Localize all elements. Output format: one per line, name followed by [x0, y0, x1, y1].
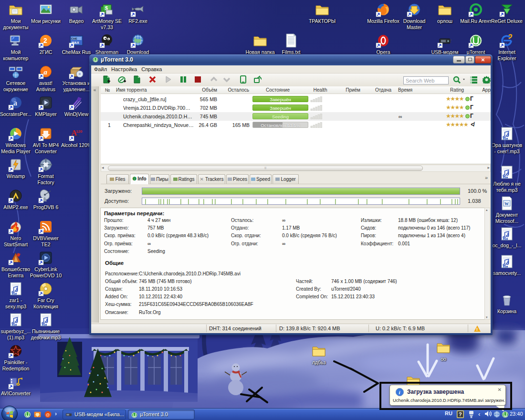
svg-text:MP3: MP3: [504, 238, 507, 240]
svg-text:@: @: [46, 412, 50, 417]
svg-text:CHE: CHE: [71, 37, 77, 40]
svg-text:a: a: [13, 99, 17, 107]
svg-text:MP3: MP3: [12, 324, 16, 326]
svg-text:?: ?: [459, 411, 462, 417]
svg-text:MP3: MP3: [504, 177, 507, 178]
svg-text:!: !: [476, 327, 478, 332]
svg-text:W: W: [504, 201, 509, 206]
svg-text:2: 2: [43, 37, 47, 44]
svg-text:120: 120: [76, 129, 83, 134]
svg-text:MP3: MP3: [504, 138, 507, 140]
svg-text:%: %: [76, 134, 79, 138]
svg-text:MP3: MP3: [504, 266, 507, 268]
svg-text:a: a: [44, 68, 48, 76]
svg-text:MP3: MP3: [12, 293, 16, 295]
svg-text:MP3: MP3: [42, 324, 46, 326]
